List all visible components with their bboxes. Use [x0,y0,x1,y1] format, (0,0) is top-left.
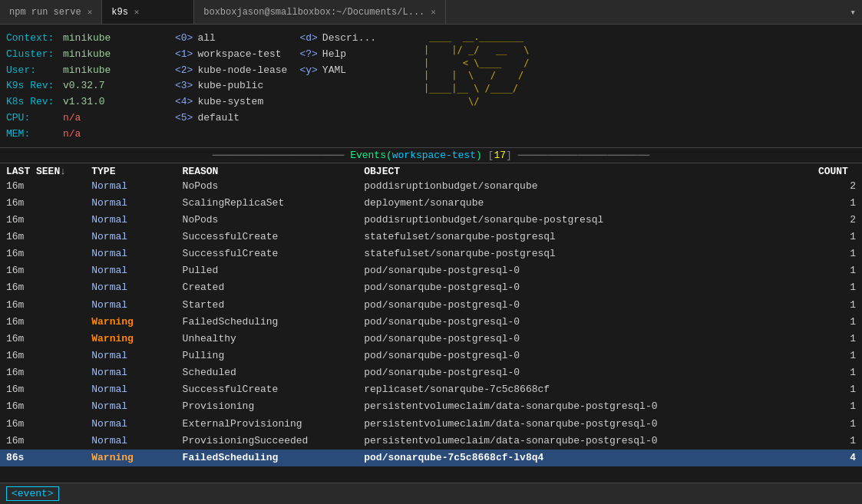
cell-last-seen: 16m [0,381,85,398]
cell-last-seen: 16m [0,195,85,212]
table-row[interactable]: 16m Normal SuccessfulCreate statefulset/… [0,229,862,245]
ns-val: kube-node-lease [197,63,287,79]
cell-reason: SuccessfulCreate [177,245,358,262]
shortcuts-panel: <d> Descri... <?> Help <y> YAML [293,29,401,144]
cell-last-seen: 16m [0,212,85,229]
tab-terminal[interactable]: boxboxjason@smallboxbox:~/Documents/L...… [194,0,446,24]
cell-last-seen: 16m [0,348,85,364]
cluster-info: Context: minikube Cluster: minikube User… [0,29,169,144]
shortcut-key: <d> [299,31,317,47]
table-row[interactable]: 16m Warning Unhealthy pod/sonarqube-post… [0,331,862,348]
cell-count: 1 [812,398,862,415]
table-row[interactable]: 16m Normal NoPods poddisruptionbudget/so… [0,212,862,229]
shortcut-item: <y> YAML [299,63,395,79]
cell-reason: ScalingReplicaSet [177,195,358,212]
cell-count: 1 [812,195,862,212]
cell-count: 1 [812,416,862,433]
cell-last-seen: 16m [0,262,85,279]
cell-last-seen: 16m [0,178,85,195]
cell-last-seen: 16m [0,314,85,331]
close-icon[interactable]: ✕ [88,7,93,17]
cell-count: 1 [812,381,862,398]
cell-count: 1 [812,331,862,348]
mem-value: n/a [63,127,81,143]
cell-type: Normal [85,433,176,450]
cell-count: 1 [812,314,862,331]
events-bracket-close: ] [506,150,512,161]
ns-key: <0> [175,31,193,47]
cell-object: statefulset/sonarqube-postgresql [358,245,812,262]
cell-type: Normal [85,212,176,229]
ns-key: <4> [175,94,193,110]
cell-count: 1 [812,297,862,314]
close-icon[interactable]: ✕ [431,7,436,17]
cell-reason: Unhealthy [177,331,358,348]
table-row[interactable]: 16m Normal SuccessfulCreate replicaset/s… [0,381,862,398]
shortcut-val: Help [322,47,346,63]
events-title-close: ) [476,150,482,161]
cell-count: 1 [812,364,862,381]
table-row[interactable]: 16m Normal Pulling pod/sonarqube-postgre… [0,348,862,364]
table-row[interactable]: 16m Normal Created pod/sonarqube-postgre… [0,279,862,296]
cell-reason: Provisioning [177,398,358,415]
cell-count: 2 [812,178,862,195]
cell-object: deployment/sonarqube [358,195,812,212]
cell-count: 1 [812,229,862,245]
table-row[interactable]: 16m Normal ExternalProvisioning persiste… [0,416,862,433]
cell-type: Normal [85,229,176,245]
table-row[interactable]: 16m Normal NoPods poddisruptionbudget/so… [0,178,862,195]
cell-type: Warning [85,314,176,331]
shortcut-val: YAML [322,63,346,79]
shortcut-val: Descri... [322,31,376,47]
cell-reason: Pulling [177,348,358,364]
shortcut-item: <d> Descri... [299,31,395,47]
context-label: Context: [6,31,60,47]
cell-count: 1 [812,279,862,296]
cell-object: pod/sonarqube-postgresql-0 [358,262,812,279]
table-row[interactable]: 86s Warning FailedScheduling pod/sonarqu… [0,450,862,466]
cell-reason: Scheduled [177,364,358,381]
table-row[interactable]: 16m Normal Started pod/sonarqube-postgre… [0,297,862,314]
table-row[interactable]: 16m Normal ProvisioningSucceeded persist… [0,433,862,450]
cell-last-seen: 16m [0,331,85,348]
cpu-label: CPU: [6,110,60,127]
cell-object: persistentvolumeclaim/data-sonarqube-pos… [358,416,812,433]
cell-count: 4 [812,450,862,466]
cell-reason: NoPods [177,178,358,195]
events-table-body: 16m Normal NoPods poddisruptionbudget/so… [0,178,862,466]
table-row[interactable]: 16m Normal SuccessfulCreate statefulset/… [0,245,862,262]
cell-count: 1 [812,348,862,364]
table-row[interactable]: 16m Normal Provisioning persistentvolume… [0,398,862,415]
cell-last-seen: 16m [0,245,85,262]
events-border-left: ────────────────────── [213,150,350,161]
events-namespace: workspace-test [392,150,476,161]
cell-count: 1 [812,262,862,279]
tab-label: boxboxjason@smallboxbox:~/Documents/L... [203,7,424,18]
cell-object: pod/sonarqube-postgresql-0 [358,331,812,348]
cell-last-seen: 16m [0,398,85,415]
table-row[interactable]: 16m Normal ScalingReplicaSet deployment/… [0,195,862,212]
ns-val: workspace-test [197,47,281,63]
cell-type: Normal [85,381,176,398]
cell-type: Warning [85,450,176,466]
cell-object: pod/sonarqube-postgresql-0 [358,364,812,381]
table-row[interactable]: 16m Normal Pulled pod/sonarqube-postgres… [0,262,862,279]
bottom-bar: <event> [0,483,862,504]
cell-reason: FailedScheduling [177,314,358,331]
events-count: 17 [494,150,506,161]
mem-label: MEM: [6,127,60,143]
namespace-item: <5> default [175,110,287,127]
table-row[interactable]: 16m Normal Scheduled pod/sonarqube-postg… [0,364,862,381]
table-row[interactable]: 16m Warning FailedScheduling pod/sonarqu… [0,314,862,331]
cell-object: pod/sonarqube-postgresql-0 [358,279,812,296]
namespaces-panel: <0> all <1> workspace-test <2> kube-node… [169,29,293,144]
ns-key: <1> [175,47,193,63]
ascii-art-panel: ____ __.________ | |/ _/ __ \ | < \____ … [401,29,862,144]
cell-reason: FailedScheduling [177,450,358,466]
tab-overflow-button[interactable]: ▾ [844,0,862,24]
cluster-label: Cluster: [6,47,60,63]
close-icon[interactable]: ✕ [134,7,140,17]
tab-k9s[interactable]: k9s ✕ [102,0,194,24]
cell-type: Normal [85,297,176,314]
tab-npm-run-serve[interactable]: npm run serve ✕ [0,0,102,24]
